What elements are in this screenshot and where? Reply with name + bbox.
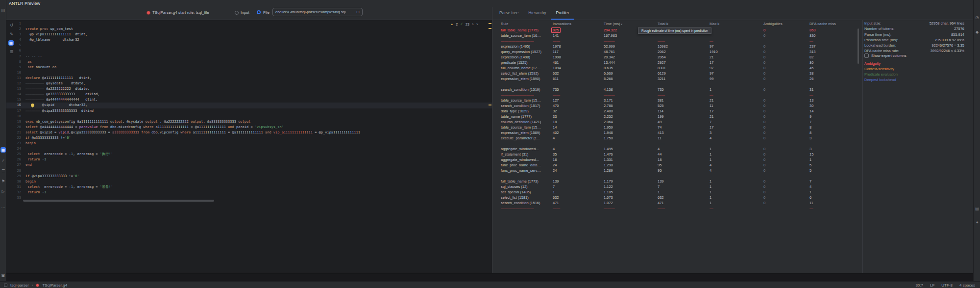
code-line[interactable]: 5 [6,43,492,48]
ai-assistant-icon[interactable]: ✦ [974,220,980,226]
code-line[interactable]: 17——————— @vipa333333333333 dtkind [6,108,492,114]
code-line[interactable]: 23begin [6,141,492,146]
column-header-ambiguities[interactable]: Ambiguities [760,21,806,27]
terminal-icon[interactable]: ▣ [0,273,6,279]
error-stripe-mark[interactable] [489,23,491,24]
code-line[interactable]: 27end [6,162,492,168]
status-item-lf[interactable]: LF [930,283,934,288]
status-file-name[interactable]: TSqlParser.g4 [42,283,67,288]
code-line[interactable]: 3 @p_vipa1111111111111 dtint, [6,32,492,37]
code-line[interactable]: 7-- -- -- [6,54,492,59]
code-line[interactable]: 28 [6,168,492,174]
profiler-row[interactable]: table_source_item (15…1273.17138121013 [497,98,860,103]
error-stripe-mark[interactable] [489,28,491,29]
profiler-row[interactable]: set_special (1485)11.1051101 [497,189,860,195]
code-line[interactable]: 11declare @a1111111111111 dtint, [6,76,492,81]
project-icon[interactable]: ▤ [0,8,6,14]
column-header-dfa-cache-miss[interactable]: DFA cache miss [806,21,860,27]
profiler-row[interactable]: expression (1495)197852.99910982970237 [497,44,860,49]
more-tools-icon[interactable]: ⋯ [0,205,6,211]
profiler-row[interactable]: table_source_item (15…141.959741708 [497,125,860,130]
profiler-row[interactable]: —————————————————— [497,92,860,98]
gradle-icon[interactable]: ◆ [974,29,980,35]
database-icon[interactable]: ▤ [974,206,980,212]
code-line[interactable]: 9 set nocount on [6,65,492,70]
code-line[interactable]: 19exec nb_com_getsysconfig @a11111111111… [6,119,492,125]
code-line[interactable]: 18 [6,114,492,119]
notifications-icon[interactable]: ◷ [974,15,980,21]
code-line[interactable]: 6 [6,48,492,53]
antlr-preview-tool-icon[interactable]: ▦ [0,147,6,153]
code-line[interactable]: 13————————— @a2222222222 dtdate, [6,86,492,92]
code-line[interactable]: 21select @vipid = vipid,@vipa33333333333… [6,130,492,135]
profiler-row[interactable]: predicate (1525)46113.444292717080 [497,60,860,65]
profiler-row[interactable]: column_definition (1421)182.06449707 [497,119,860,125]
profiler-row[interactable]: func_proc_name_data…241.29895405 [497,162,860,168]
profiler-row[interactable]: search_condition (1519)7354.1587351031 [497,87,860,92]
code-line[interactable]: 20select @a44444444444444 = paravalue fr… [6,125,492,130]
code-line[interactable]: 1 [6,21,492,26]
profiler-row[interactable]: func_proc_name_serv…241.28995405 [497,168,860,173]
profiler-row[interactable]: —————————————————— [497,206,860,211]
profiler-row[interactable]: aggregate_windowed…41.4954103 [497,146,860,152]
error-stripe-mark[interactable] [489,105,491,105]
input-radio[interactable] [235,11,239,15]
profiler-row[interactable]: —————————————————— [497,141,860,146]
profiler-row[interactable]: expression (1498)199820.342206421082 [497,54,860,60]
next-problem-icon[interactable]: ˅ [476,23,478,26]
browse-file-icon[interactable]: ⊡ [356,10,360,14]
profiler-scrollbar[interactable] [858,28,859,64]
status-item-4-spaces[interactable]: 4 spaces [959,283,975,288]
code-line[interactable]: 8 as [6,59,492,65]
code-line[interactable]: 10 [6,70,492,76]
column-header-invocations[interactable]: Invocations [549,21,600,27]
code-line[interactable]: 2create proc up_com_test [6,26,492,32]
commit-icon[interactable]: ✓ [0,158,6,164]
code-line[interactable]: 15————————— @a44444444444444 dtint, [6,97,492,103]
code-area[interactable]: 12create proc up_com_test3 @p_vipa111111… [6,21,492,201]
profiler-row[interactable]: aggregate_windowed…181.33118101 [497,157,860,162]
column-header-time-ms[interactable]: Time (ms) ∨ [600,21,654,27]
status-item-30-7[interactable]: 30:7 [915,283,923,288]
input-radio-label[interactable]: Input [241,10,249,16]
profiler-row[interactable]: search_condition (1516)4711.0724711011 [497,200,860,206]
code-line[interactable]: 16 @vipid dtchar32, [6,103,492,108]
status-item-utf-8[interactable]: UTF-8 [941,283,953,288]
profiler-row[interactable]: expression_elem (1589)4021.948413308 [497,130,860,135]
file-radio[interactable] [257,10,261,14]
file-radio-label[interactable]: File [263,10,270,16]
file-path-input[interactable] [272,8,363,16]
run-icon[interactable]: ▷ [0,189,6,195]
column-header-max-k[interactable]: Max k [706,21,760,27]
profiler-row[interactable]: query_expression (1527)11748.76120621910… [497,49,860,54]
code-line[interactable]: 32 return -1 [6,190,492,195]
code-line[interactable]: 31 select errorcode = -1, errormsg = '准备… [6,184,492,190]
structure-icon[interactable]: ☰ [0,168,6,174]
code-line[interactable]: 14————————— @a333333333333 dtkind, [6,92,492,97]
prev-problem-icon[interactable]: ˄ [472,23,474,26]
code-line[interactable]: 30begin [6,179,492,184]
code-line[interactable]: 12————————— @sysdate dtdate, [6,81,492,86]
code-line[interactable]: 4 @p_tblname dtchar32 [6,37,492,43]
profiler-row[interactable]: execute_parameter (1…41.75811403 [497,135,860,141]
code-line[interactable]: 22if @a33333333333 !='0' [6,135,492,141]
tab-hierarchy[interactable]: Hierarchy [523,7,551,20]
profiler-row[interactable]: select_list_elem (1592)6326.669612997038 [497,71,860,76]
code-line[interactable]: 26 return -1 [6,157,492,162]
profiler-row[interactable]: sql_clauses (12)71.1227104 [497,184,860,189]
profiler-row[interactable]: search_condition (1517)4702.78652511030 [497,103,860,108]
profiler-row[interactable]: data_type (1829)322.48811417014 [497,108,860,114]
profiler-row[interactable]: expression_elem (1590)6115.266321199026 [497,76,860,81]
inspections-widget[interactable]: ▲2 ✓23 ˄ ˅ [450,22,478,26]
profiler-row[interactable]: —————————————————— [497,38,860,44]
code-line[interactable]: 24 [6,146,492,152]
column-header-rule[interactable]: Rule [497,21,549,27]
code-line[interactable]: 25 select errorcode = -1, errormsg = '执行… [6,152,492,157]
profiler-row[interactable]: select_list (1581)6321.073632106 [497,195,860,200]
profiler-row[interactable]: full_column_name (17…10948.635830197045 [497,65,860,71]
tab-profiler[interactable]: Profiler [551,7,574,20]
bookmarks-icon[interactable]: ⚑ [0,179,6,184]
tab-parse-tree[interactable]: Parse tree [494,7,523,20]
column-header-total-k[interactable]: Total k [654,21,706,27]
profiler-row[interactable]: table_name (1777)332.2521992109 [497,114,860,119]
